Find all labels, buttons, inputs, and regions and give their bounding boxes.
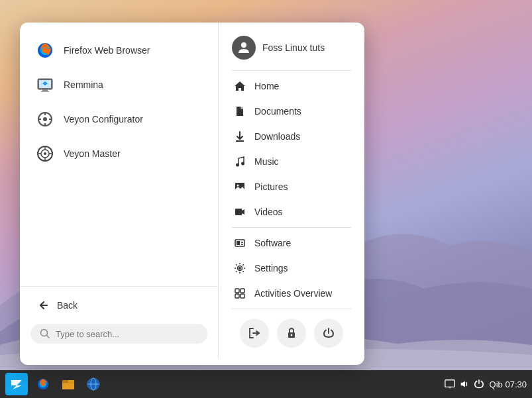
nav-item-documents[interactable]: Documents [224, 99, 359, 124]
nav-label-downloads: Downloads [254, 131, 300, 142]
veyon-master-icon [34, 143, 56, 164]
volume-icon [459, 379, 470, 389]
nav-item-pictures[interactable]: Pictures [224, 174, 359, 199]
nav-item-music[interactable]: Music [224, 149, 359, 174]
svg-rect-34 [240, 289, 244, 293]
svg-rect-27 [235, 209, 242, 215]
svg-rect-33 [235, 289, 239, 293]
nav-label-documents: Documents [254, 106, 301, 117]
svg-point-11 [43, 117, 47, 121]
nav-item-settings[interactable]: Settings [224, 256, 359, 281]
nav-item-downloads[interactable]: Downloads [224, 124, 359, 149]
videos-icon [233, 205, 246, 219]
settings-icon [233, 262, 246, 275]
right-panel: Foss Linux tuts Home Documents Downloads [219, 23, 364, 358]
app-item-remmina[interactable]: Remmina [25, 68, 213, 102]
lock-icon [285, 326, 298, 340]
logout-icon [248, 326, 261, 340]
veyon-config-icon [34, 109, 56, 130]
downloads-icon [233, 130, 246, 143]
system-tray [445, 379, 484, 389]
taskbar-datetime: Qib 07:30 [490, 379, 527, 389]
svg-rect-44 [62, 380, 68, 383]
svg-rect-35 [235, 294, 239, 298]
nav-label-videos: Videos [254, 207, 283, 217]
divider-1 [232, 70, 351, 71]
svg-point-21 [241, 42, 246, 48]
user-name: Foss Linux tuts [262, 42, 325, 53]
software-icon [233, 236, 246, 250]
svg-point-32 [239, 267, 241, 270]
svg-rect-49 [445, 380, 454, 387]
logout-button[interactable] [240, 319, 269, 348]
pictures-icon [233, 180, 246, 193]
zorin-button[interactable] [5, 373, 28, 395]
back-button[interactable]: Back [30, 293, 207, 317]
app-item-firefox[interactable]: Firefox Web Browser [25, 33, 213, 68]
nav-label-home: Home [254, 81, 279, 91]
svg-rect-29 [237, 241, 240, 245]
browser-taskbar-button[interactable] [82, 373, 105, 395]
remmina-icon [34, 74, 56, 95]
back-arrow-icon [37, 299, 50, 312]
left-bottom: Back [20, 286, 218, 348]
app-list: Firefox Web Browser Remmina [20, 33, 218, 281]
nav-item-software[interactable]: Software [224, 230, 359, 256]
app-list-panel: Firefox Web Browser Remmina [20, 23, 219, 358]
nav-label-settings: Settings [254, 263, 288, 274]
svg-point-24 [241, 162, 244, 166]
app-name-veyon-config: Veyon Configurator [64, 114, 143, 124]
nav-label-activities: Activities Overview [254, 288, 332, 299]
svg-rect-5 [42, 89, 48, 91]
svg-rect-36 [240, 294, 244, 298]
power-system-icon [474, 379, 484, 389]
music-icon [233, 155, 246, 168]
nav-item-activities[interactable]: Activities Overview [224, 281, 359, 306]
svg-point-39 [291, 334, 293, 336]
svg-point-23 [236, 164, 239, 167]
avatar [232, 36, 256, 60]
back-label: Back [57, 300, 78, 311]
nav-label-software: Software [254, 238, 291, 248]
app-item-veyon-master[interactable]: Veyon Master [25, 136, 213, 171]
screen-icon [445, 379, 455, 389]
app-menu: Firefox Web Browser Remmina [20, 23, 364, 365]
power-icon [322, 326, 335, 340]
svg-line-20 [47, 336, 50, 338]
svg-point-14 [44, 152, 46, 155]
taskbar-left [5, 373, 105, 395]
search-box[interactable] [30, 324, 207, 344]
nav-label-music: Music [254, 156, 279, 167]
power-button[interactable] [314, 319, 343, 348]
firefox-icon [34, 40, 56, 61]
taskbar: Qib 07:30 [0, 370, 532, 398]
activities-icon [233, 287, 246, 300]
search-input[interactable] [56, 329, 198, 339]
action-buttons [224, 312, 359, 350]
divider-3 [232, 309, 351, 309]
firefox-taskbar-button[interactable] [32, 373, 54, 395]
browser-taskbar-icon [86, 377, 101, 391]
home-icon [233, 79, 246, 93]
files-taskbar-icon [61, 377, 76, 391]
app-item-veyon-config[interactable]: Veyon Configurator [25, 102, 213, 136]
svg-point-42 [41, 382, 45, 386]
lock-button[interactable] [277, 319, 306, 348]
documents-icon [233, 105, 246, 118]
search-icon [40, 328, 50, 339]
divider-2 [232, 227, 351, 228]
app-name-veyon-master: Veyon Master [64, 148, 121, 159]
files-taskbar-button[interactable] [57, 373, 80, 395]
user-icon [236, 40, 252, 56]
firefox-taskbar-icon [36, 377, 50, 391]
app-name-remmina: Remmina [64, 79, 103, 90]
nav-item-home[interactable]: Home [224, 74, 359, 99]
svg-point-26 [237, 185, 239, 187]
nav-label-pictures: Pictures [254, 181, 288, 192]
zorin-icon [9, 377, 24, 391]
taskbar-right: Qib 07:30 [445, 379, 527, 389]
app-name-firefox: Firefox Web Browser [64, 45, 150, 56]
nav-item-videos[interactable]: Videos [224, 199, 359, 224]
user-section: Foss Linux tuts [224, 30, 359, 68]
